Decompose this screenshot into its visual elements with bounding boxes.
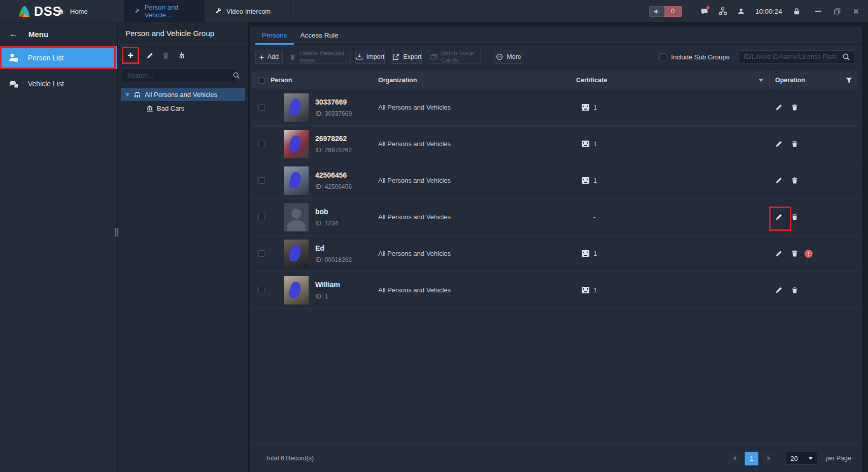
tab-access-rule[interactable]: Access Rule: [294, 26, 345, 44]
table-footer: Total 6 Record(s) 1 20 per Page: [252, 444, 858, 472]
delete-icon[interactable]: [790, 250, 798, 258]
row-checkbox[interactable]: [258, 214, 265, 220]
prev-page-button[interactable]: [727, 452, 741, 465]
certificate-card-icon: [582, 104, 589, 111]
group-tree: All Persons and Vehicles Bad Cars: [118, 88, 248, 115]
delete-icon[interactable]: [790, 177, 798, 185]
delete-icon[interactable]: [790, 213, 798, 221]
pagination: 1 20 per Page: [727, 452, 855, 465]
import-button[interactable]: Import: [355, 50, 385, 64]
import-label: Import: [366, 53, 384, 60]
group-panel-header: Person and Vehicle Group: [118, 22, 248, 45]
sidebar-item-person-list[interactable]: Person List: [0, 46, 117, 69]
add-group-button[interactable]: +: [127, 50, 133, 60]
tree-node-bad-cars[interactable]: Bad Cars: [121, 102, 245, 115]
search-icon[interactable]: [842, 53, 850, 61]
more-label: More: [507, 53, 521, 60]
next-page-button[interactable]: [762, 452, 776, 465]
batch-label: Batch Issue Cards: [441, 50, 478, 64]
sitemap-icon[interactable]: [719, 7, 727, 15]
delete-group-button[interactable]: [162, 52, 170, 59]
edit-group-button[interactable]: [146, 52, 154, 59]
row-checkbox[interactable]: [258, 104, 265, 111]
minimize-button[interactable]: [814, 7, 822, 15]
select-all-checkbox[interactable]: [258, 77, 265, 84]
more-button[interactable]: More: [494, 50, 523, 64]
chevron-left-icon: [733, 456, 736, 461]
add-person-button[interactable]: + Add: [255, 50, 283, 64]
certificate-count: -: [593, 213, 595, 221]
row-checkbox[interactable]: [258, 287, 265, 293]
delete-icon[interactable]: [790, 286, 798, 294]
back-arrow-icon[interactable]: ←: [9, 29, 18, 39]
include-sub-groups-checkbox[interactable]: [659, 53, 666, 60]
chevron-down-icon[interactable]: [759, 79, 763, 82]
delete-icon[interactable]: [790, 140, 798, 148]
lock-icon[interactable]: [793, 8, 800, 15]
alarm-sound-widget[interactable]: 0: [649, 6, 682, 17]
delete-icon[interactable]: [790, 104, 798, 112]
person-organization: All Persons and Vehicles: [378, 213, 576, 221]
sidebar-item-vehicle-list[interactable]: Vehicle List: [0, 72, 117, 95]
certificate-count: 1: [593, 140, 597, 148]
edit-icon[interactable]: [775, 213, 783, 221]
tab-home[interactable]: Home: [57, 0, 88, 22]
export-button[interactable]: Export: [392, 50, 422, 64]
edit-icon[interactable]: [775, 286, 783, 294]
tab-persons[interactable]: Persons: [255, 26, 294, 44]
delete-selected-button[interactable]: Delete Selected Items: [287, 50, 351, 64]
row-checkbox[interactable]: [258, 177, 265, 184]
avatar: [284, 276, 309, 305]
page-size-select[interactable]: 20: [786, 452, 817, 465]
batch-issue-cards-button[interactable]: Batch Issue Cards: [428, 50, 481, 64]
group-search: [122, 69, 244, 82]
group-search-input[interactable]: [122, 69, 237, 82]
certificate-card-icon: [582, 141, 589, 147]
panel-collapse-handle[interactable]: [115, 228, 119, 237]
certificate-card-icon: [582, 177, 589, 184]
per-page-label: per Page: [825, 455, 851, 462]
include-sub-groups-label: Include Sub Groups: [671, 53, 729, 61]
person-name: 26978262: [315, 134, 352, 143]
tree-expand-caret[interactable]: [125, 93, 129, 96]
tree-node-all-persons[interactable]: All Persons and Vehicles: [121, 88, 245, 101]
person-name: Ed: [315, 244, 352, 252]
search-icon: [232, 72, 240, 79]
person-search-input[interactable]: [739, 50, 854, 63]
tab-video-intercom[interactable]: Video Intercom: [205, 0, 294, 22]
restore-button[interactable]: [833, 7, 841, 15]
open-module-tabs: Person and Vehicle ... Video Intercom: [124, 0, 294, 22]
vehicle-list-icon: [9, 79, 18, 88]
avatar: [284, 240, 309, 268]
edit-icon[interactable]: [775, 250, 783, 258]
certificate-card-icon: [582, 287, 589, 293]
close-button[interactable]: [852, 7, 860, 15]
total-records: Total 6 Record(s): [265, 455, 314, 462]
current-page-button[interactable]: 1: [745, 452, 758, 465]
export-icon: [392, 53, 399, 60]
message-icon[interactable]: [700, 8, 708, 15]
trash-icon: [162, 52, 170, 59]
broom-icon: [178, 51, 186, 59]
titlebar: DSS Home Person and Vehicle ... Video In…: [0, 0, 868, 22]
warning-icon[interactable]: !: [805, 250, 813, 258]
edit-icon[interactable]: [775, 177, 783, 185]
column-person: Person: [271, 77, 292, 84]
message-alert-dot: [707, 6, 710, 9]
filter-icon[interactable]: [845, 77, 853, 84]
tab-person-and-vehicle[interactable]: Person and Vehicle ...: [124, 0, 205, 22]
close-icon: [853, 8, 859, 15]
page-size-value: 20: [790, 455, 797, 462]
tree-node-label: All Persons and Vehicles: [145, 91, 217, 98]
more-icon: [496, 53, 503, 60]
table-row: 30337669ID: 30337669 All Persons and Veh…: [252, 89, 858, 126]
edit-icon[interactable]: [775, 104, 783, 112]
table-row: 42506456ID: 42506456 All Persons and Veh…: [252, 162, 858, 199]
user-icon[interactable]: [738, 8, 745, 15]
edit-icon[interactable]: [775, 140, 783, 148]
tree-node-label: Bad Cars: [157, 105, 184, 112]
import-domain-button[interactable]: [178, 51, 186, 59]
row-checkbox[interactable]: [258, 250, 265, 257]
person-list-icon: [9, 53, 18, 62]
row-checkbox[interactable]: [258, 141, 265, 147]
